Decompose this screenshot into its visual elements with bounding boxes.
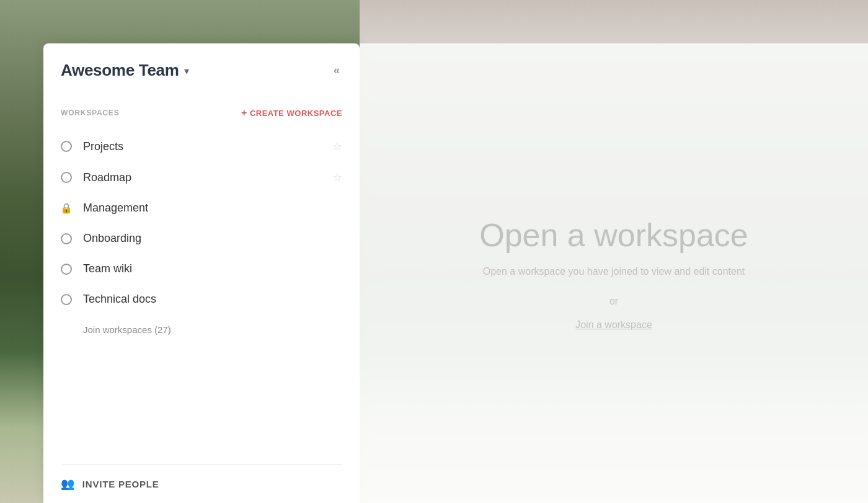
circle-icon xyxy=(61,264,72,275)
workspace-item-left: Roadmap xyxy=(61,171,131,184)
workspace-item-technical-docs[interactable]: Technical docs xyxy=(61,284,342,314)
workspace-name: Onboarding xyxy=(83,232,141,245)
workspace-item-left: Team wiki xyxy=(61,262,132,275)
join-workspace-link[interactable]: Join a workspace xyxy=(575,319,652,331)
circle-icon xyxy=(61,233,72,244)
background-sky xyxy=(360,0,868,43)
workspace-item-onboarding[interactable]: Onboarding xyxy=(61,223,342,254)
workspace-item-projects[interactable]: Projects ☆ xyxy=(61,131,342,162)
workspace-item-management[interactable]: 🔒 Management xyxy=(61,193,342,223)
circle-icon xyxy=(61,172,72,183)
workspace-item-left: Onboarding xyxy=(61,232,141,245)
workspace-item-left: 🔒 Management xyxy=(61,202,148,215)
team-name: Awesome Team xyxy=(61,61,179,80)
create-plus-icon: + xyxy=(241,107,247,118)
workspace-item-team-wiki[interactable]: Team wiki xyxy=(61,254,342,284)
workspace-item-left: Technical docs xyxy=(61,293,156,306)
main-content: Open a workspace Open a workspace you ha… xyxy=(360,43,868,503)
create-workspace-button[interactable]: + CREATE WORKSPACE xyxy=(241,107,342,118)
chevron-down-icon: ▾ xyxy=(184,65,189,77)
invite-people-label: INVITE PEOPLE xyxy=(82,479,159,489)
workspace-name: Management xyxy=(83,202,148,215)
sidebar-header: Awesome Team ▾ « xyxy=(43,43,360,92)
circle-icon xyxy=(61,294,72,305)
favorite-star-icon[interactable]: ☆ xyxy=(332,171,342,184)
workspace-name: Team wiki xyxy=(83,262,132,275)
sidebar: Awesome Team ▾ « WORKSPACES + CREATE WOR… xyxy=(43,43,360,503)
collapse-sidebar-button[interactable]: « xyxy=(331,61,342,79)
favorite-star-icon[interactable]: ☆ xyxy=(332,140,342,153)
workspaces-label: WORKSPACES xyxy=(61,109,119,117)
workspace-list: Projects ☆ Roadmap ☆ 🔒 Management xyxy=(61,131,342,314)
workspaces-section: WORKSPACES + CREATE WORKSPACE Projects ☆… xyxy=(43,92,360,452)
invite-people-icon: 👥 xyxy=(61,477,75,491)
workspaces-header: WORKSPACES + CREATE WORKSPACE xyxy=(61,107,342,118)
circle-icon xyxy=(61,141,72,152)
team-selector[interactable]: Awesome Team ▾ xyxy=(61,61,189,80)
workspace-item-left: Projects xyxy=(61,140,123,153)
workspace-name: Technical docs xyxy=(83,293,156,306)
open-workspace-title: Open a workspace xyxy=(479,216,748,254)
create-workspace-label: CREATE WORKSPACE xyxy=(250,109,342,118)
lock-icon: 🔒 xyxy=(61,203,72,214)
workspace-item-roadmap[interactable]: Roadmap ☆ xyxy=(61,162,342,193)
open-workspace-subtitle: Open a workspace you have joined to view… xyxy=(483,266,745,277)
workspace-name: Projects xyxy=(83,140,123,153)
workspace-name: Roadmap xyxy=(83,171,131,184)
join-workspaces-link[interactable]: Join workspaces (27) xyxy=(61,314,342,335)
invite-people-button[interactable]: 👥 INVITE PEOPLE xyxy=(43,465,360,503)
or-divider: or xyxy=(609,296,618,307)
